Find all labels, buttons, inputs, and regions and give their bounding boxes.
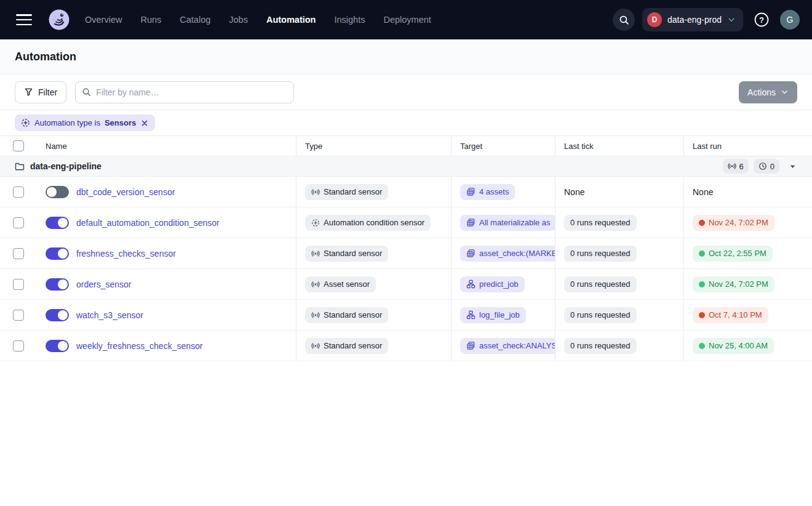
collapse-group-button[interactable] xyxy=(788,162,797,171)
user-avatar[interactable]: G xyxy=(780,10,800,30)
sensor-name-link[interactable]: watch_s3_sensor xyxy=(76,310,143,320)
deployment-name: data-eng-prod xyxy=(667,15,722,25)
last-tick-badge: 0 runs requested xyxy=(564,307,637,323)
help-button[interactable]: ? xyxy=(750,9,773,31)
svg-text:?: ? xyxy=(759,16,764,25)
nav-item-jobs[interactable]: Jobs xyxy=(229,15,248,25)
sensor-type-badge: Standard sensor xyxy=(305,246,388,262)
last-run-badge[interactable]: Nov 24, 7:02 PM xyxy=(693,276,774,292)
asset-icon xyxy=(466,249,476,258)
target-badge[interactable]: log_file_job xyxy=(460,307,526,323)
nav-item-runs[interactable]: Runs xyxy=(140,15,161,25)
sensor-name-link[interactable]: default_automation_condition_sensor xyxy=(76,218,220,228)
column-header-last-run: Last run xyxy=(683,136,812,156)
sensor-toggle[interactable] xyxy=(46,186,69,198)
run-status-dot xyxy=(699,343,705,349)
sensor-name-link[interactable]: orders_sensor xyxy=(76,279,132,289)
search-button[interactable] xyxy=(613,9,635,31)
column-header-target: Target xyxy=(451,136,555,156)
sensor-count-badge: 6 xyxy=(723,159,749,174)
sensor-name-link[interactable]: weekly_freshness_check_sensor xyxy=(76,341,202,351)
page-title: Automation xyxy=(15,50,76,63)
sensor-type-badge: Standard sensor xyxy=(305,338,388,354)
search-icon xyxy=(82,87,91,97)
search-icon xyxy=(619,15,629,25)
sensor-icon xyxy=(311,280,320,289)
asset-icon xyxy=(466,218,476,227)
table-row: default_automation_condition_sensor Auto… xyxy=(0,207,812,238)
group-counts: 6 0 xyxy=(723,159,797,174)
job-icon xyxy=(466,310,476,319)
sensor-name-link[interactable]: freshness_checks_sensor xyxy=(76,249,176,259)
folder-icon xyxy=(15,161,25,171)
code-location-group-row[interactable]: data-eng-pipeline 6 0 xyxy=(0,156,812,177)
nav-item-automation[interactable]: Automation xyxy=(266,15,316,25)
column-header-type: Type xyxy=(296,136,451,156)
schedule-count-badge: 0 xyxy=(754,159,779,174)
sensor-name-link[interactable]: dbt_code_version_sensor xyxy=(76,187,175,197)
dagster-logo-icon[interactable] xyxy=(47,7,71,32)
active-filters-row: Automation type is Sensors xyxy=(0,110,812,136)
remove-filter-icon[interactable] xyxy=(140,119,149,127)
filter-chip-value: Sensors xyxy=(105,118,136,127)
name-filter-box xyxy=(75,81,294,103)
select-all-checkbox[interactable] xyxy=(13,140,24,151)
automation-condition-icon xyxy=(21,118,30,127)
last-run-badge[interactable]: Nov 25, 4:00 AM xyxy=(693,338,774,354)
table-header-row: Name Type Target Last tick Last run xyxy=(0,136,812,156)
name-filter-input[interactable] xyxy=(96,87,287,97)
table-row: orders_sensor Asset sensor predict_job 0… xyxy=(0,269,812,300)
last-run-badge[interactable]: Oct 22, 2:55 PM xyxy=(693,246,773,262)
row-checkbox[interactable] xyxy=(13,187,24,198)
nav-item-deployment[interactable]: Deployment xyxy=(383,15,431,25)
hamburger-menu-icon[interactable] xyxy=(16,14,32,25)
filter-chip-automation-type[interactable]: Automation type is Sensors xyxy=(15,114,155,131)
row-checkbox[interactable] xyxy=(13,310,24,321)
sensor-icon xyxy=(311,342,320,350)
sensors-table: Name Type Target Last tick Last run data… xyxy=(0,136,812,361)
row-checkbox[interactable] xyxy=(13,248,24,259)
run-status-dot xyxy=(699,281,705,287)
sensor-toggle[interactable] xyxy=(46,217,69,229)
deployment-switcher[interactable]: D data-eng-prod xyxy=(642,8,743,31)
row-checkbox[interactable] xyxy=(13,279,24,290)
last-run-badge[interactable]: Oct 7, 4:10 PM xyxy=(693,307,768,323)
target-badge[interactable]: All materializable as xyxy=(460,215,555,231)
target-badge[interactable]: predict_job xyxy=(460,276,525,292)
funnel-icon xyxy=(24,87,33,97)
sensor-toggle[interactable] xyxy=(46,309,69,321)
sensor-icon xyxy=(311,311,320,319)
last-tick-badge: 0 runs requested xyxy=(564,276,637,292)
run-status-dot xyxy=(699,312,705,318)
last-tick-badge: 0 runs requested xyxy=(564,246,637,262)
nav-item-overview[interactable]: Overview xyxy=(85,15,122,25)
filter-chip-prefix: Automation type is xyxy=(34,118,100,127)
sensor-toggle[interactable] xyxy=(46,247,69,260)
actions-button[interactable]: Actions xyxy=(739,81,797,103)
run-status-dot xyxy=(699,251,705,257)
sensor-icon xyxy=(311,188,320,196)
nav-item-catalog[interactable]: Catalog xyxy=(180,15,210,25)
sensor-icon xyxy=(311,249,320,258)
top-nav: Overview Runs Catalog Jobs Automation In… xyxy=(0,0,812,39)
sensor-type-badge: Standard sensor xyxy=(305,184,388,200)
filter-button[interactable]: Filter xyxy=(15,81,66,103)
sensor-toggle[interactable] xyxy=(46,340,69,352)
sensor-toggle[interactable] xyxy=(46,278,69,291)
nav-item-insights[interactable]: Insights xyxy=(334,15,365,25)
last-run-badge[interactable]: Nov 24, 7:02 PM xyxy=(693,215,774,231)
row-checkbox[interactable] xyxy=(13,340,24,351)
nav-right-controls: D data-eng-prod ? G xyxy=(613,8,800,31)
column-header-last-tick: Last tick xyxy=(555,136,683,156)
target-badge[interactable]: asset_check:(MARKE xyxy=(460,246,555,262)
row-checkbox[interactable] xyxy=(13,217,24,228)
column-header-name: Name xyxy=(37,136,296,156)
target-badge[interactable]: 4 assets xyxy=(460,184,515,200)
caret-down-icon xyxy=(788,162,797,171)
last-tick-value: None xyxy=(564,187,584,197)
target-badge[interactable]: asset_check:ANALYS xyxy=(460,338,555,354)
filter-button-label: Filter xyxy=(38,87,57,97)
automation-condition-icon xyxy=(311,219,320,227)
chevron-down-icon xyxy=(781,88,789,96)
toolbar: Filter Actions xyxy=(0,74,812,110)
